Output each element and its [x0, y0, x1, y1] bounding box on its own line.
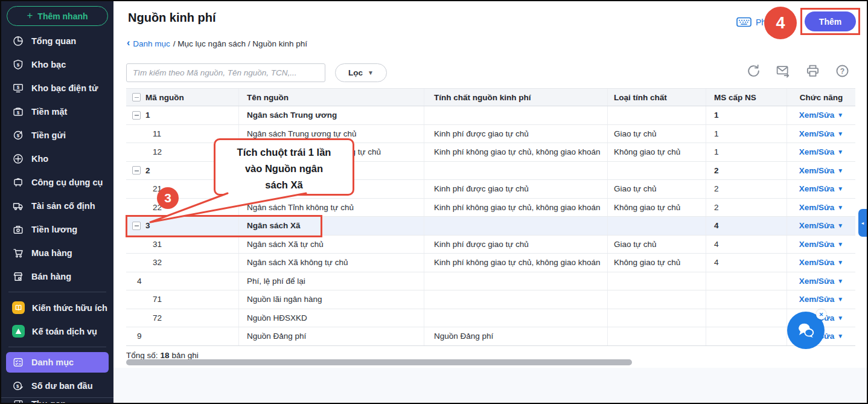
view-edit-link[interactable]: Xem/Sửa	[799, 203, 835, 212]
view-edit-link[interactable]: Xem/Sửa	[799, 184, 835, 193]
cell-nature: Kinh phí không giao tự chủ, không giao k…	[424, 199, 608, 217]
sidebar-item-mua-hàng[interactable]: Mua hàng	[1, 241, 113, 265]
chevron-down-icon: ▼	[837, 222, 843, 229]
sidebar-collapse-button[interactable]: Thu gọn	[1, 397, 113, 403]
table-row[interactable]: 31Ngân sách Xã tự chủKinh phí được giao …	[126, 236, 855, 254]
sidebar-item-kế-toán-dịch-vụ[interactable]: Kế toán dịch vụ	[1, 319, 113, 343]
total-count: 18	[161, 351, 170, 360]
cell-nature	[424, 309, 608, 327]
back-chevron-icon[interactable]: ‹	[127, 37, 130, 48]
view-edit-link[interactable]: Xem/Sửa	[799, 295, 835, 304]
table-row[interactable]: 71Nguồn lãi ngân hàngXem/Sửa▼	[126, 290, 855, 309]
horizontal-scrollbar[interactable]	[126, 359, 632, 365]
sidebar-item-tiền-mặt[interactable]: $Tiền mặt	[1, 100, 113, 123]
row-checkbox[interactable]	[132, 166, 141, 175]
svg-text:?: ?	[840, 67, 844, 75]
sidebar-item-danh-mục[interactable]: Danh mục	[6, 352, 109, 373]
chevron-down-icon: ▼	[837, 130, 843, 137]
sidebar-divider	[8, 347, 106, 347]
chevron-down-icon: ▼	[837, 296, 843, 303]
table-row[interactable]: 32Ngân sách Xã không tự chủKinh phí khôn…	[126, 254, 855, 272]
header-ms-level: MS cấp NS	[706, 89, 787, 106]
sales-store-icon	[12, 271, 24, 283]
chevron-down-icon: ▼	[837, 241, 843, 248]
chat-button[interactable]: ✕	[787, 312, 825, 349]
sidebar-item-công-cụ-dụng-cụ[interactable]: Công cụ dụng cụ	[1, 170, 113, 194]
view-edit-link[interactable]: Xem/Sửa	[799, 240, 835, 249]
quick-add-label: Thêm nhanh	[37, 11, 88, 21]
sidebar-item-tiền-gửi[interactable]: $Tiền gửi	[1, 123, 113, 147]
tutorial-callout: Tích chuột trái 1 lần vào Nguồn ngân sác…	[214, 138, 354, 196]
view-edit-link[interactable]: Xem/Sửa	[799, 111, 835, 120]
step-badge-3: 3	[157, 187, 179, 209]
view-edit-link[interactable]: Xem/Sửa	[799, 129, 835, 138]
refresh-button[interactable]	[746, 64, 761, 79]
sidebar-item-label: Công cụ dụng cụ	[31, 178, 103, 187]
callout-line: vào Nguồn ngân	[215, 161, 353, 177]
view-edit-link[interactable]: Xem/Sửa	[799, 166, 835, 175]
cell-name: Nguồn lãi ngân hàng	[239, 290, 424, 309]
cell-ms-level: 4	[706, 254, 787, 272]
breadcrumb-link[interactable]: Danh mục	[133, 39, 170, 48]
panel-collapse-tab[interactable]: ◄	[858, 209, 867, 237]
code-value: 9	[137, 332, 142, 341]
sidebar-item-tổng-quan[interactable]: Tổng quan	[1, 29, 113, 53]
help-button[interactable]: ?	[835, 64, 849, 79]
sidebar-item-kho[interactable]: Kho	[1, 147, 113, 170]
filter-button[interactable]: Lọc ▼	[335, 63, 387, 82]
sidebar-item-bán-hàng[interactable]: Bán hàng	[1, 265, 113, 288]
step-badge-4: 4	[764, 7, 797, 39]
sidebar-item-label: Tài sản cố định	[31, 201, 95, 211]
send-mail-button[interactable]	[776, 64, 790, 79]
row-checkbox[interactable]	[132, 111, 141, 120]
cell-actions: Xem/Sửa▼	[787, 143, 855, 161]
breadcrumb-rest: / Mục lục ngân sách / Nguồn kinh phí	[173, 39, 307, 48]
view-edit-link[interactable]: Xem/Sửa	[799, 147, 835, 156]
sidebar-item-kho-bạc[interactable]: $Kho bạc	[1, 53, 113, 76]
sidebar-item-tiền-lương[interactable]: Tiền lương	[1, 217, 113, 241]
sidebar-item-kho-bạc-điện-tử[interactable]: $Kho bạc điện tử	[1, 76, 113, 100]
chevron-left-icon: ◄	[861, 221, 865, 225]
search-input[interactable]	[126, 63, 325, 82]
cell-ms-level	[706, 309, 787, 327]
table-row[interactable]: 72Nguồn HĐSXKDXem/Sửa▼	[126, 309, 855, 328]
cell-nature	[424, 217, 608, 235]
sidebar-item-tài-sản-cố-định[interactable]: Tài sản cố định	[1, 194, 113, 217]
table-row[interactable]: 22Ngân sách Tỉnh không tự chủKinh phí kh…	[126, 199, 855, 217]
cell-code: 1	[126, 106, 239, 124]
sidebar-item-label: Kiến thức hữu ích	[32, 303, 107, 313]
chevron-down-icon: ▼	[837, 167, 843, 174]
tools-icon	[12, 176, 24, 188]
chevron-down-icon: ▼	[837, 315, 843, 321]
sidebar-item-label: Tiền gửi	[31, 130, 66, 140]
cell-actions: Xem/Sửa▼	[787, 199, 855, 217]
cell-actions: Xem/Sửa▼	[787, 162, 855, 180]
view-edit-link[interactable]: Xem/Sửa	[799, 277, 835, 286]
table-row[interactable]: 4Phí, lệ phí để lạiXem/Sửa▼	[126, 272, 855, 291]
cell-name: Ngân sách Xã tự chủ	[239, 236, 424, 254]
cell-type	[608, 290, 706, 309]
svg-text:$: $	[17, 62, 20, 67]
code-value: 71	[153, 295, 162, 304]
sidebar-item-label: Mua hàng	[31, 248, 72, 258]
quick-add-button[interactable]: + Thêm nhanh	[7, 6, 108, 26]
cell-ms-level: 2	[706, 162, 787, 180]
cell-name: Phí, lệ phí để lại	[239, 272, 424, 290]
table-row[interactable]: 9Nguồn Đảng phíNguồn Đảng phíXem/Sửa▼	[126, 327, 855, 346]
sidebar-item-kiến-thức-hữu-ích[interactable]: Kiến thức hữu ích	[1, 296, 113, 319]
print-button[interactable]	[805, 64, 820, 79]
sidebar-item-số-dư-ban-đầu[interactable]: $Số dư ban đầu	[1, 374, 113, 397]
total-label: Tổng số:	[126, 351, 158, 360]
svg-text:$: $	[17, 109, 19, 115]
chevron-down-icon: ▼	[837, 278, 843, 284]
view-edit-link[interactable]: Xem/Sửa	[799, 258, 835, 267]
table-row[interactable]: 1Ngân sách Trung ương1Xem/Sửa▼	[126, 106, 855, 125]
bottom-strip	[113, 368, 867, 403]
view-edit-link[interactable]: Xem/Sửa	[799, 221, 835, 230]
cell-ms-level: 1	[706, 143, 787, 161]
keyboard-icon	[736, 17, 752, 27]
help-icon: ?	[835, 64, 849, 78]
select-all-checkbox[interactable]	[132, 93, 141, 101]
chat-close-button[interactable]: ✕	[816, 309, 826, 319]
filter-label: Lọc	[348, 68, 363, 77]
